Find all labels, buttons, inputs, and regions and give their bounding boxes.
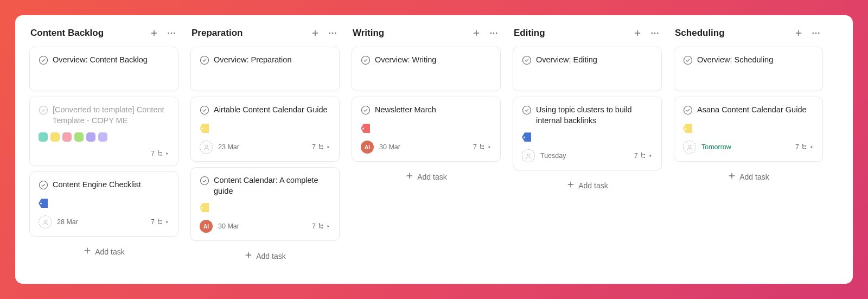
card-title-row: Content Calendar: A complete guide xyxy=(200,175,330,196)
board-column: Preparation Overview: Preparation Airtab… xyxy=(190,27,340,272)
complete-task-icon[interactable] xyxy=(683,105,693,117)
tag-chip[interactable] xyxy=(361,124,370,133)
svg-point-11 xyxy=(329,33,330,34)
board-column: Writing Overview: Writing Newsletter Mar… xyxy=(352,27,501,272)
overview-card[interactable]: Overview: Scheduling xyxy=(674,47,823,91)
assignee-avatar[interactable]: AI xyxy=(361,141,374,154)
column-menu-button[interactable] xyxy=(649,27,661,39)
subtask-count[interactable]: 7 xyxy=(634,151,653,160)
tag-chip[interactable] xyxy=(74,132,84,142)
complete-task-icon[interactable] xyxy=(683,55,693,67)
column-menu-button[interactable] xyxy=(165,27,177,39)
svg-point-27 xyxy=(483,145,484,146)
tag-chip[interactable] xyxy=(50,132,60,142)
complete-task-icon[interactable] xyxy=(361,105,371,117)
card-title-row: Asana Content Calendar Guide xyxy=(683,105,814,117)
add-task-button[interactable]: Add task xyxy=(674,167,823,186)
overview-card[interactable]: Overview: Content Backlog xyxy=(29,47,178,91)
add-card-button[interactable] xyxy=(148,27,160,39)
svg-point-0 xyxy=(168,33,169,34)
task-card[interactable]: Newsletter MarchAI30 Mar 7 xyxy=(352,97,501,162)
subtask-number: 7 xyxy=(634,152,638,160)
assignee-empty[interactable] xyxy=(39,215,52,228)
task-card[interactable]: Asana Content Calendar GuideTomorrow 7 xyxy=(674,97,823,162)
card-title-row: Overview: Editing xyxy=(522,55,653,67)
subtask-number: 7 xyxy=(473,143,477,151)
column-menu-button[interactable] xyxy=(327,27,339,39)
column-actions xyxy=(470,27,500,39)
board-column: Content Backlog Overview: Content Backlo… xyxy=(29,27,178,272)
task-card[interactable]: Airtable Content Calendar Guide23 Mar 7 xyxy=(190,97,340,162)
tag-chip[interactable] xyxy=(522,132,531,142)
column-header: Content Backlog xyxy=(29,27,178,39)
svg-point-25 xyxy=(362,56,370,65)
svg-point-4 xyxy=(40,106,48,114)
complete-task-icon[interactable] xyxy=(200,105,209,117)
add-task-label: Add task xyxy=(95,247,124,256)
add-task-button[interactable]: Add task xyxy=(29,242,178,261)
column-header: Editing xyxy=(513,27,662,39)
tag-chip[interactable] xyxy=(683,124,692,133)
svg-point-1 xyxy=(171,33,173,34)
tag-chip[interactable] xyxy=(62,132,72,142)
complete-task-icon[interactable] xyxy=(200,55,209,67)
tags-row xyxy=(522,132,653,142)
add-card-button[interactable] xyxy=(631,27,643,39)
complete-task-icon[interactable] xyxy=(522,55,532,67)
card-title: Airtable Content Calendar Guide xyxy=(214,105,328,116)
assignee-empty[interactable] xyxy=(683,141,696,154)
tag-chip[interactable] xyxy=(86,132,95,142)
card-title: Overview: Scheduling xyxy=(697,55,773,66)
complete-task-icon[interactable] xyxy=(39,180,48,192)
subtask-count[interactable]: 7 xyxy=(795,143,814,151)
subtask-count[interactable]: 7 xyxy=(151,218,169,226)
add-card-button[interactable] xyxy=(793,27,805,39)
svg-point-13 xyxy=(335,33,336,34)
tag-chip[interactable] xyxy=(98,132,107,142)
plus-icon xyxy=(405,171,414,182)
task-card[interactable]: Content Engine Checklist28 Mar 7 xyxy=(29,171,178,237)
svg-point-14 xyxy=(201,56,209,65)
card-title-row: Overview: Scheduling xyxy=(683,55,814,67)
card-title-row: Content Engine Checklist xyxy=(39,180,169,192)
column-menu-button[interactable] xyxy=(810,27,822,39)
column-actions xyxy=(148,27,177,39)
assignee-empty[interactable] xyxy=(200,141,213,154)
complete-task-icon[interactable] xyxy=(522,105,532,117)
assignee-empty[interactable] xyxy=(522,149,535,162)
tag-chip[interactable] xyxy=(200,124,209,133)
tag-chip[interactable] xyxy=(39,132,48,142)
subtask-count[interactable]: 7 xyxy=(473,143,492,151)
overview-card[interactable]: Overview: Preparation xyxy=(190,47,340,91)
add-task-button[interactable]: Add task xyxy=(352,167,501,186)
add-card-button[interactable] xyxy=(309,27,321,39)
column-menu-button[interactable] xyxy=(488,27,500,39)
complete-task-icon[interactable] xyxy=(361,55,371,67)
complete-task-icon[interactable] xyxy=(39,105,48,117)
add-card-button[interactable] xyxy=(470,27,482,39)
tag-chip[interactable] xyxy=(39,199,48,208)
task-card[interactable]: Content Calendar: A complete guideAI30 M… xyxy=(190,167,340,241)
add-task-label: Add task xyxy=(256,252,285,260)
subtask-icon xyxy=(478,143,486,151)
svg-point-6 xyxy=(161,155,162,155)
task-card[interactable]: [Converted to template] Content Template… xyxy=(29,97,178,166)
svg-point-7 xyxy=(40,181,48,189)
assignee-avatar[interactable]: AI xyxy=(200,220,213,233)
svg-point-39 xyxy=(818,33,820,34)
subtask-count[interactable]: 7 xyxy=(312,222,330,231)
column-actions xyxy=(793,27,822,39)
tags-row xyxy=(200,203,330,212)
subtask-count[interactable]: 7 xyxy=(312,143,330,151)
svg-point-38 xyxy=(815,33,817,34)
add-task-button[interactable]: Add task xyxy=(513,176,662,195)
tag-chip[interactable] xyxy=(200,203,209,212)
add-task-button[interactable]: Add task xyxy=(190,246,340,265)
complete-task-icon[interactable] xyxy=(39,55,48,67)
overview-card[interactable]: Overview: Writing xyxy=(352,47,501,91)
subtask-count[interactable]: 7 xyxy=(151,149,169,158)
overview-card[interactable]: Overview: Editing xyxy=(513,47,662,91)
card-title: Content Engine Checklist xyxy=(53,180,141,190)
task-card[interactable]: Using topic clusters to build internal b… xyxy=(513,97,662,170)
complete-task-icon[interactable] xyxy=(200,176,209,188)
